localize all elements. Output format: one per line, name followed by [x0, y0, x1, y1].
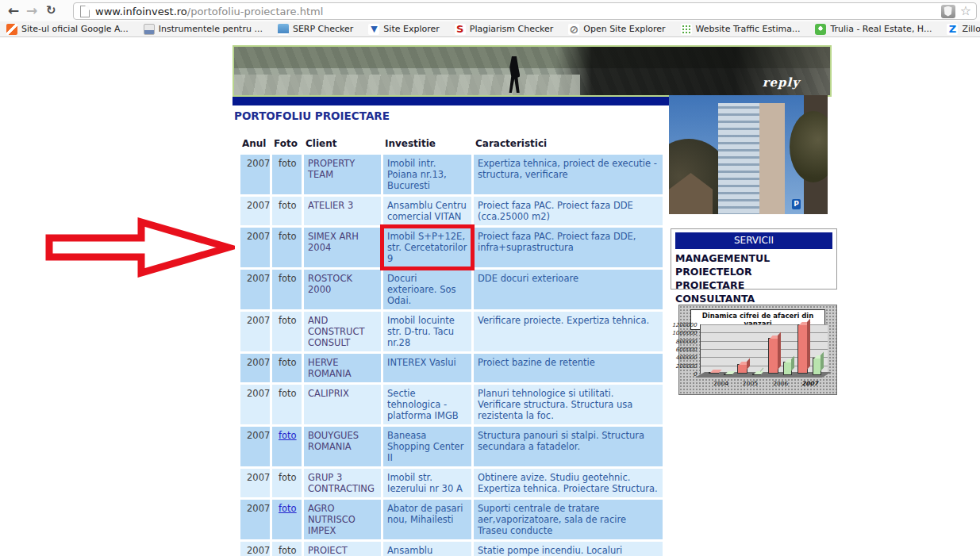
caracteristici-cell: Suporti centrale de tratare aer,vaporiza… [474, 500, 663, 539]
year-cell: 2007 [240, 228, 270, 267]
foto-cell: foto [272, 542, 302, 556]
caracteristici-cell: Verificare proiecte. Expertiza tehnica. [474, 312, 663, 351]
bookmark-label: SERP Checker [293, 24, 353, 34]
bookmark-label: Site-ul oficial Google A... [21, 24, 129, 34]
client-cell: GRUP 3 CONTRACTING [304, 469, 381, 497]
x-axis-label: 2007 [801, 380, 818, 387]
header-banner-photo: reply [233, 45, 832, 97]
open-site-explorer-icon: ⊘ [568, 24, 579, 35]
foto-cell: foto [272, 270, 302, 309]
bookmark-label: Trulia - Real Estate, H... [830, 24, 932, 34]
bookmark-item[interactable]: Instrumentele pentru ... [144, 24, 263, 35]
bookmark-item[interactable]: ⊘Open Site Explorer [568, 24, 665, 35]
client-cell: ATELIER 3 [304, 197, 381, 225]
year-cell: 2007 [240, 500, 270, 539]
building-photo: P [669, 95, 828, 214]
foto-link[interactable]: foto [279, 503, 297, 514]
caracteristici-cell: Planuri tehnologice si utilitati. Verifi… [474, 385, 663, 424]
bar-vanzari-rosu-2004 [709, 372, 719, 374]
bar-vanzari-verde-2006 [783, 362, 792, 375]
foto-cell: foto [272, 312, 302, 351]
services-header: SERVICII [675, 232, 832, 249]
investitie-cell: Ansamblu Centru comercial VITAN [383, 197, 471, 225]
plagiarism-checker-icon: S [455, 24, 466, 35]
investitie-cell: INTEREX Vaslui [383, 354, 471, 382]
investitie-cell: Abator de pasari nou, Mihailesti [383, 500, 471, 539]
x-axis-label: 2006 [773, 380, 788, 387]
reload-button[interactable]: ↻ [46, 1, 56, 20]
client-cell: AGRO NUTRISCO IMPEX [304, 500, 381, 539]
client-cell: HERVE ROMANIA [304, 354, 381, 382]
column-header-foto: Foto [272, 136, 302, 152]
forward-button[interactable]: → [26, 1, 37, 20]
investitie-cell: Sectie tehnologica - platforma IMGB [383, 385, 471, 424]
zillow-icon: Z [947, 24, 958, 35]
caracteristici-cell: Structura panouri si stalpi. Structura s… [474, 427, 663, 466]
bookmark-label: Instrumentele pentru ... [159, 24, 263, 34]
bar-vanzari-rosu-2007 [797, 324, 808, 374]
trulia-icon [815, 24, 826, 35]
y-axis-label: 800000 [675, 339, 697, 345]
year-cell: 2007 [240, 385, 270, 424]
y-axis-label: 1000000 [672, 330, 697, 336]
year-cell: 2007 [240, 197, 270, 225]
address-bar[interactable]: www.infoinvest.ro /portofoliu-proiectare… [73, 2, 977, 20]
year-cell: 2007 [240, 469, 270, 497]
year-cell: 2007 [240, 270, 270, 309]
section-divider-bar [233, 97, 669, 105]
foto-cell: foto [272, 385, 302, 424]
foto-cell: foto [272, 197, 302, 225]
bookmark-item[interactable]: Website Traffic Estima... [681, 24, 801, 35]
caracteristici-cell: Proiect faza PAC. Proiect faza DDE (cca.… [474, 197, 663, 225]
year-cell: 2007 [240, 542, 270, 556]
service-link[interactable]: CONSULTANTA [675, 292, 832, 305]
bar-vanzari-verde-2004 [724, 374, 732, 375]
page-title: PORTOFOLIU PROIECTARE [234, 109, 390, 122]
bookmark-label: Open Site Explorer [583, 24, 665, 34]
foto-cell: foto [272, 228, 302, 267]
y-axis-label: 400000 [675, 355, 697, 361]
column-header-investitie: Investitie [383, 136, 471, 152]
browser-toolbar: ← → ↻ www.infoinvest.ro /portofoliu-proi… [0, 0, 980, 21]
serp-checker-icon [278, 24, 289, 35]
bar-vanzari-verde-2005 [752, 374, 761, 375]
bar-vanzari-rosu-2005 [737, 364, 747, 374]
bookmark-item[interactable]: Trulia - Real Estate, H... [815, 24, 932, 35]
services-box: SERVICII MANAGEMENTUL PROIECTELORPROIECT… [671, 228, 837, 290]
highlight-arrow [44, 216, 235, 279]
investitie-cell: Ansamblu Heliade intre Vii [383, 542, 471, 556]
client-cell: AND CONSTRUCT CONSULT [304, 312, 381, 351]
bookmark-label: Website Traffic Estima... [696, 24, 801, 34]
bookmark-item[interactable]: ZZillow: Real Estate, Ap... [947, 24, 980, 35]
caracteristici-cell: Proiect bazine de retentie [474, 354, 663, 382]
x-axis-label: 2004 [713, 380, 728, 387]
column-header-anul: Anul [240, 136, 270, 152]
back-button[interactable]: ← [8, 1, 19, 20]
traffic-estimator-icon [681, 24, 692, 35]
y-axis-label: 200000 [675, 363, 697, 370]
banner-reply-text: reply [763, 75, 800, 90]
bookmark-star-icon[interactable]: ☆ [960, 5, 971, 17]
foto-cell: foto [272, 155, 302, 194]
investitie-cell: Docuri exterioare. Sos Odai. [383, 270, 471, 309]
service-link[interactable]: PROIECTARE [675, 278, 832, 292]
bookmark-label: Zillow: Real Estate, Ap... [962, 24, 980, 34]
year-cell: 2007 [240, 155, 270, 194]
bookmark-item[interactable]: ▼Site Explorer [368, 24, 439, 35]
bookmark-item[interactable]: SERP Checker [278, 24, 353, 35]
caracteristici-cell: Statie pompe incendiu. Localuri tehnice … [474, 542, 663, 556]
service-link[interactable]: MANAGEMENTUL PROIECTELOR [675, 251, 832, 278]
sales-chart: Dinamica cifrei de afaceri din vanzari 0… [678, 305, 837, 395]
site-explorer-icon: ▼ [368, 24, 379, 35]
foto-cell: foto [272, 469, 302, 497]
client-cell: BOUYGUES ROMANIA [304, 427, 381, 466]
bookmark-item[interactable]: Site-ul oficial Google A... [6, 24, 129, 35]
bookmark-label: Site Explorer [383, 24, 439, 34]
webmaster-tools-icon [144, 24, 155, 35]
foto-link[interactable]: foto [279, 430, 297, 441]
investitie-cell: Imobil str. Iezerului nr 30 A [383, 469, 471, 497]
bookmark-label: Plagiarism Checker [470, 24, 553, 34]
client-cell: CALIPRIX [304, 385, 381, 424]
extension-shield-icon[interactable] [941, 5, 955, 18]
bookmark-item[interactable]: SPlagiarism Checker [455, 24, 553, 35]
